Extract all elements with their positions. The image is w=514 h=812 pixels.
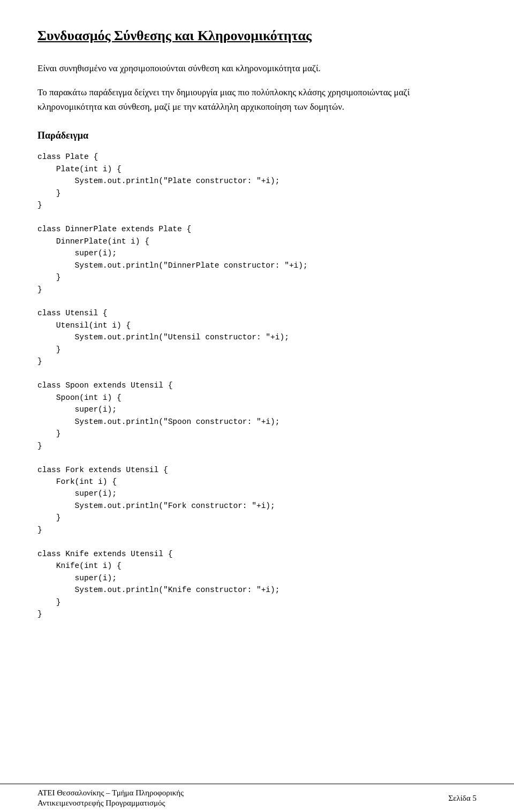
code-block: class Plate { Plate(int i) { System.out.…	[37, 151, 477, 620]
footer-left: ΑΤΕΙ Θεσσαλονίκης – Τμήμα Πληροφορικής Α…	[37, 788, 184, 808]
second-paragraph: Το παρακάτω παράδειγμα δείχνει την δημιο…	[37, 85, 477, 114]
intro-paragraph: Είναι συνηθισμένο να χρησιμοποιούνται σύ…	[37, 61, 477, 75]
footer-institution: ΑΤΕΙ Θεσσαλονίκης – Τμήμα Πληροφορικής	[37, 788, 184, 798]
footer: ΑΤΕΙ Θεσσαλονίκης – Τμήμα Πληροφορικής Α…	[0, 784, 514, 812]
section-heading: Παράδειγμα	[37, 130, 477, 141]
page-title: Συνδυασμός Σύνθεσης και Κληρονομικότητας	[37, 27, 477, 45]
page-container: Συνδυασμός Σύνθεσης και Κληρονομικότητας…	[0, 0, 514, 812]
footer-course: Αντικειμενοστρεφής Προγραμματισμός	[37, 799, 184, 808]
footer-page-number: Σελίδα 5	[448, 788, 477, 808]
